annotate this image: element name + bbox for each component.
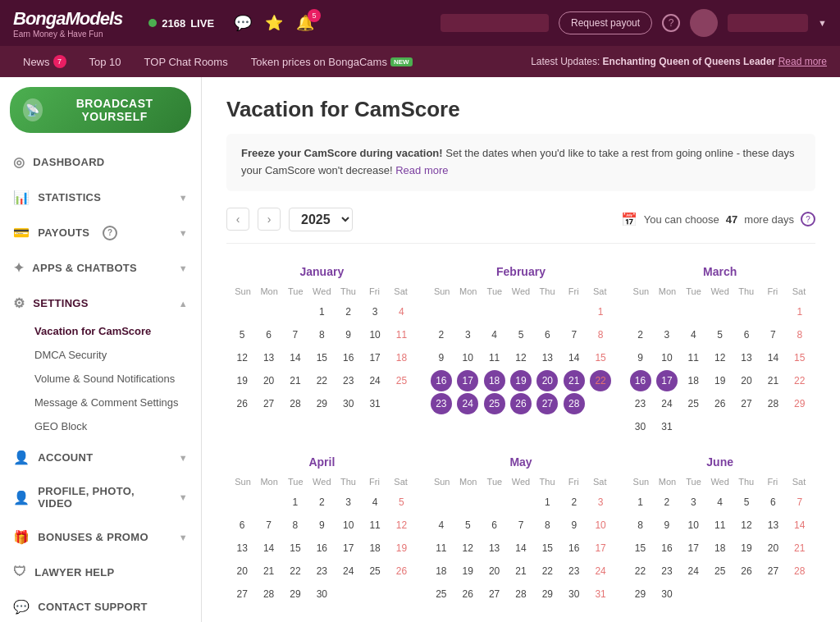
sidebar-item-bonuses[interactable]: 🎁 BONUSES & PROMO ▼ xyxy=(0,521,201,553)
cal-day-29[interactable]: 29 xyxy=(630,583,651,605)
cal-day-3[interactable]: 3 xyxy=(590,492,611,513)
cal-day-18[interactable]: 18 xyxy=(682,370,704,391)
cal-day-10[interactable]: 10 xyxy=(656,347,678,368)
cal-day-7[interactable]: 7 xyxy=(789,492,810,513)
help-button[interactable]: ? xyxy=(662,14,680,32)
cal-day-22[interactable]: 22 xyxy=(536,560,558,582)
sidebar-sub-geo[interactable]: GEO Block xyxy=(0,414,201,438)
cal-day-26[interactable]: 26 xyxy=(710,393,731,414)
nav-item-top-chat[interactable]: TOP Chat Rooms xyxy=(135,46,238,77)
cal-day-4[interactable]: 4 xyxy=(431,515,452,536)
cal-day-13[interactable]: 13 xyxy=(231,537,253,559)
cal-day-2[interactable]: 2 xyxy=(431,324,452,345)
cal-day-29[interactable]: 29 xyxy=(789,393,810,414)
cal-day-24[interactable]: 24 xyxy=(682,560,704,582)
cal-day-21[interactable]: 21 xyxy=(789,537,810,559)
cal-day-13[interactable]: 13 xyxy=(258,347,280,368)
cal-day-18[interactable]: 18 xyxy=(390,347,412,368)
cal-day-11[interactable]: 11 xyxy=(484,347,505,368)
cal-day-28[interactable]: 28 xyxy=(789,560,810,582)
cal-day-4[interactable]: 4 xyxy=(682,324,704,345)
cal-day-15[interactable]: 15 xyxy=(590,347,611,368)
cal-day-2[interactable]: 2 xyxy=(630,324,651,345)
cal-day-28[interactable]: 28 xyxy=(510,583,532,605)
cal-day-16[interactable]: 16 xyxy=(338,347,359,368)
cal-day-16[interactable]: 16 xyxy=(564,537,585,559)
cal-day-20[interactable]: 20 xyxy=(231,560,253,582)
cal-day-25[interactable]: 25 xyxy=(682,393,704,414)
cal-day-23[interactable]: 23 xyxy=(564,560,585,582)
sidebar-item-profile[interactable]: 👤 PROFILE, PHOTO, VIDEO ▼ xyxy=(0,477,201,518)
cal-day-22[interactable]: 22 xyxy=(630,560,651,582)
sidebar-item-apps[interactable]: ✦ APPS & CHATBOTS ▼ xyxy=(0,252,201,284)
cal-day-23[interactable]: 23 xyxy=(630,393,651,414)
year-select[interactable]: 2025 2026 xyxy=(289,208,353,231)
cal-day-30[interactable]: 30 xyxy=(311,583,332,605)
cal-day-10[interactable]: 10 xyxy=(457,347,478,368)
cal-day-3[interactable]: 3 xyxy=(656,324,678,345)
cal-day-19[interactable]: 19 xyxy=(510,370,532,391)
cal-day-13[interactable]: 13 xyxy=(484,537,505,559)
cal-day-15[interactable]: 15 xyxy=(789,347,810,368)
cal-day-16[interactable]: 16 xyxy=(656,537,678,559)
sidebar-item-statistics[interactable]: 📊 STATISTICS ▼ xyxy=(0,181,201,213)
cal-day-3[interactable]: 3 xyxy=(338,492,359,513)
cal-day-31[interactable]: 31 xyxy=(590,583,611,605)
cal-day-20[interactable]: 20 xyxy=(536,370,558,391)
cal-day-24[interactable]: 24 xyxy=(457,393,478,414)
avatar[interactable] xyxy=(690,9,718,37)
cal-day-17[interactable]: 17 xyxy=(656,370,678,391)
cal-day-19[interactable]: 19 xyxy=(736,537,757,559)
cal-day-21[interactable]: 21 xyxy=(564,370,585,391)
cal-day-19[interactable]: 19 xyxy=(710,370,731,391)
cal-day-10[interactable]: 10 xyxy=(338,515,359,536)
cal-day-29[interactable]: 29 xyxy=(536,583,558,605)
cal-day-28[interactable]: 28 xyxy=(285,393,306,414)
cal-day-8[interactable]: 8 xyxy=(311,324,332,345)
cal-day-5[interactable]: 5 xyxy=(231,324,253,345)
nav-item-token-prices[interactable]: Token prices on BongaCams NEW xyxy=(241,46,422,77)
cal-day-25[interactable]: 25 xyxy=(364,560,386,582)
cal-day-9[interactable]: 9 xyxy=(564,515,585,536)
cal-day-8[interactable]: 8 xyxy=(590,324,611,345)
cal-day-30[interactable]: 30 xyxy=(656,583,678,605)
cal-day-12[interactable]: 12 xyxy=(231,347,253,368)
cal-day-12[interactable]: 12 xyxy=(390,515,412,536)
cal-day-2[interactable]: 2 xyxy=(656,492,678,513)
cal-day-27[interactable]: 27 xyxy=(536,393,558,414)
cal-day-24[interactable]: 24 xyxy=(364,370,386,391)
cal-day-16[interactable]: 16 xyxy=(311,537,332,559)
cal-day-25[interactable]: 25 xyxy=(484,393,505,414)
nav-item-news[interactable]: News 7 xyxy=(13,46,76,77)
cal-day-27[interactable]: 27 xyxy=(258,393,280,414)
cal-day-8[interactable]: 8 xyxy=(789,324,810,345)
payouts-help-icon[interactable]: ? xyxy=(103,226,117,240)
cal-day-17[interactable]: 17 xyxy=(338,537,359,559)
nav-item-top10[interactable]: Top 10 xyxy=(80,46,131,77)
cal-day-7[interactable]: 7 xyxy=(285,324,306,345)
cal-day-4[interactable]: 4 xyxy=(710,492,731,513)
cal-day-23[interactable]: 23 xyxy=(656,560,678,582)
cal-day-27[interactable]: 27 xyxy=(231,583,253,605)
info-read-more[interactable]: Read more xyxy=(395,164,448,176)
cal-day-24[interactable]: 24 xyxy=(338,560,359,582)
cal-day-17[interactable]: 17 xyxy=(364,347,386,368)
cal-day-27[interactable]: 27 xyxy=(736,393,757,414)
cal-day-18[interactable]: 18 xyxy=(484,370,505,391)
bell-icon[interactable]: 🔔 5 xyxy=(296,14,314,32)
cal-day-23[interactable]: 23 xyxy=(311,560,332,582)
cal-day-28[interactable]: 28 xyxy=(564,393,585,414)
cal-day-5[interactable]: 5 xyxy=(736,492,757,513)
cal-day-6[interactable]: 6 xyxy=(484,515,505,536)
cal-day-30[interactable]: 30 xyxy=(564,583,585,605)
read-more-link[interactable]: Read more xyxy=(778,56,827,67)
cal-day-15[interactable]: 15 xyxy=(285,537,306,559)
sidebar-sub-volume[interactable]: Volume & Sound Notifications xyxy=(0,367,201,391)
cal-day-22[interactable]: 22 xyxy=(590,370,611,391)
sidebar-item-dashboard[interactable]: ◎ DASHBOARD xyxy=(0,146,201,178)
cal-day-19[interactable]: 19 xyxy=(231,370,253,391)
cal-day-6[interactable]: 6 xyxy=(231,515,253,536)
broadcast-button[interactable]: 📡 BROADCAST YOURSELF xyxy=(10,87,191,133)
cal-day-15[interactable]: 15 xyxy=(536,537,558,559)
account-dropdown-arrow[interactable]: ▼ xyxy=(818,18,827,28)
